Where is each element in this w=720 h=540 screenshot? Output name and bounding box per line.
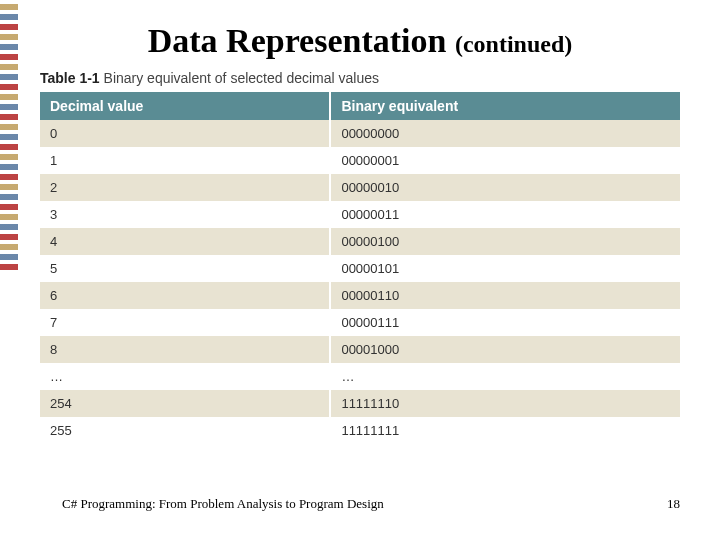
table-row: 800001000: [40, 336, 680, 363]
cell-binary: 11111110: [330, 390, 680, 417]
cell-binary: 00000111: [330, 309, 680, 336]
cell-binary: 11111111: [330, 417, 680, 444]
table-row: 25511111111: [40, 417, 680, 444]
table-row: 600000110: [40, 282, 680, 309]
cell-binary: 00000010: [330, 174, 680, 201]
cell-decimal: 7: [40, 309, 330, 336]
cell-decimal: 3: [40, 201, 330, 228]
table-desc: Binary equivalent of selected decimal va…: [104, 70, 380, 86]
cell-decimal: 0: [40, 120, 330, 147]
table-row: 000000000: [40, 120, 680, 147]
title-cont: (continued): [455, 31, 572, 57]
cell-binary: 00000101: [330, 255, 680, 282]
table-container: Table 1-1 Binary equivalent of selected …: [40, 70, 680, 444]
table-row: 700000111: [40, 309, 680, 336]
footer-text: C# Programming: From Problem Analysis to…: [62, 496, 384, 512]
page-title: Data Representation (continued): [0, 22, 720, 60]
page-number: 18: [667, 496, 680, 512]
cell-decimal: 2: [40, 174, 330, 201]
cell-decimal: 1: [40, 147, 330, 174]
cell-binary: 00000100: [330, 228, 680, 255]
col-binary-header: Binary equivalent: [330, 92, 680, 120]
footer: C# Programming: From Problem Analysis to…: [62, 496, 680, 512]
cell-decimal: 8: [40, 336, 330, 363]
table-row: 400000100: [40, 228, 680, 255]
table-caption: Table 1-1 Binary equivalent of selected …: [40, 70, 680, 86]
table-row: ……: [40, 363, 680, 390]
cell-binary: 00000001: [330, 147, 680, 174]
cell-decimal: 6: [40, 282, 330, 309]
col-decimal-header: Decimal value: [40, 92, 330, 120]
binary-table: Decimal value Binary equivalent 00000000…: [40, 92, 680, 444]
table-label: Table 1-1: [40, 70, 100, 86]
cell-decimal: 255: [40, 417, 330, 444]
cell-binary: …: [330, 363, 680, 390]
cell-binary: 00001000: [330, 336, 680, 363]
table-row: 500000101: [40, 255, 680, 282]
table-row: 200000010: [40, 174, 680, 201]
cell-decimal: …: [40, 363, 330, 390]
table-row: 300000011: [40, 201, 680, 228]
table-row: 100000001: [40, 147, 680, 174]
cell-decimal: 254: [40, 390, 330, 417]
title-main: Data Representation: [148, 22, 455, 59]
table-row: 25411111110: [40, 390, 680, 417]
cell-binary: 00000011: [330, 201, 680, 228]
cell-decimal: 4: [40, 228, 330, 255]
cell-binary: 00000110: [330, 282, 680, 309]
cell-decimal: 5: [40, 255, 330, 282]
cell-binary: 00000000: [330, 120, 680, 147]
